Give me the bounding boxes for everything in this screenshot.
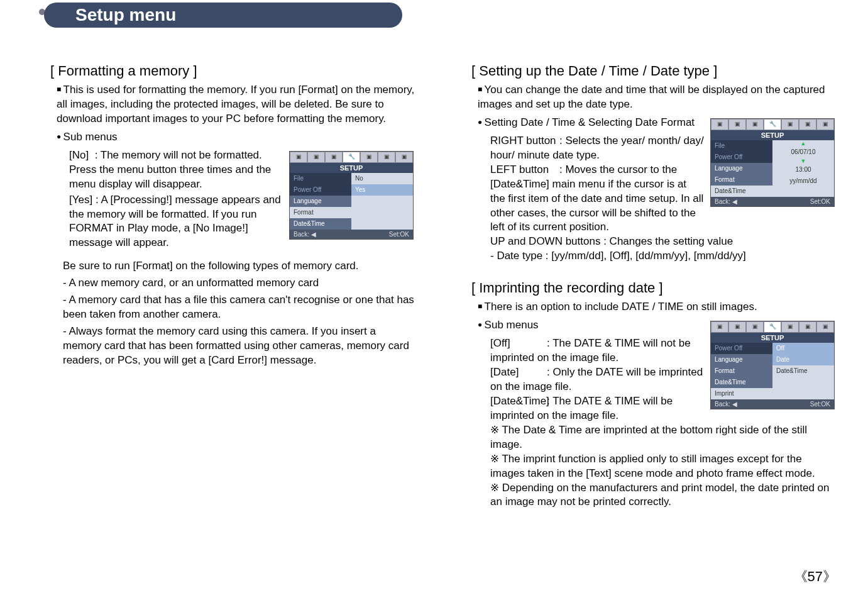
date-intro: You can change the date and time that wi… <box>478 83 836 112</box>
menu-item: Format <box>290 207 351 218</box>
menu-tab-icon: ▣ <box>290 152 307 163</box>
heading-imprint: [ Imprinting the recording date ] <box>471 280 836 296</box>
menu-tab-icon: ▣ <box>816 321 834 333</box>
menu-setok: Set:OK <box>810 198 830 205</box>
note-1: - A new memory card, or an unformatted m… <box>63 276 415 291</box>
menu-tab-icon: ▣ <box>711 119 728 130</box>
imprint-note-3: Depending on the manufacturers and print… <box>490 481 836 510</box>
format-intro: This is used for formatting the memory. … <box>57 83 415 126</box>
heading-datetime: [ Setting up the Date / Time / Date type… <box>471 63 836 79</box>
menu-tab-icon: ▣ <box>799 119 816 130</box>
off-label: [Off] <box>490 336 547 351</box>
menu-tab-icon: ▣ <box>728 321 746 333</box>
menu-tab-icon: ▣ <box>395 152 413 163</box>
setup-menu-format: ▣ ▣ ▣ 🔧 ▣ ▣ ▣ SETUP File Power Off Langu <box>289 151 415 240</box>
menu-item: Format <box>711 365 772 377</box>
menu-tab-icon: ▣ <box>746 119 764 130</box>
menu-tab-icon: ▣ <box>746 321 764 333</box>
left-button-label: LEFT button <box>490 163 559 177</box>
no-text: : The memory will not be formatted. Pres… <box>69 149 271 190</box>
menu-tab-icon: ▣ <box>325 152 343 163</box>
menu-item: Imprint <box>711 388 772 399</box>
menu-tab-icon: ▣ <box>799 321 816 333</box>
setup-menu-date: ▣ ▣ ▣ 🔧 ▣ ▣ ▣ SETUP File Power Off Langu <box>710 118 836 207</box>
menu-item: Power Off <box>290 184 351 196</box>
submenus-label: Sub menus <box>57 130 415 145</box>
menu-title: SETUP <box>711 333 834 343</box>
be-sure-text: Be sure to run [Format] on the following… <box>63 259 415 274</box>
menu-tab-icon: ▣ <box>781 119 799 130</box>
page-number: 《57》 <box>794 567 837 586</box>
menu-option: Off <box>772 343 834 354</box>
menu-tab-icon: ▣ <box>816 119 834 130</box>
menu-option: Date <box>772 354 834 365</box>
menu-back: Back: ◀ <box>715 401 737 408</box>
imprint-note-2: The imprint function is applied only to … <box>490 452 836 481</box>
menu-tab-icon: ▣ <box>728 119 746 130</box>
menu-item: File <box>290 173 351 184</box>
menu-option: Date&Time <box>772 365 834 377</box>
menu-item: Date&Time <box>711 186 772 197</box>
menu-datetype-value: yy/mm/dd <box>772 175 834 187</box>
right-column: [ Setting up the Date / Time / Date type… <box>453 59 836 509</box>
heading-formatting: [ Formatting a memory ] <box>50 63 415 79</box>
menu-date-value: 06/07/10 <box>772 147 834 158</box>
datetype-text: - Date type : [yy/mm/dd], [Off], [dd/mm/… <box>490 249 836 264</box>
menu-item: Language <box>711 163 772 174</box>
menu-item: File <box>711 140 772 152</box>
menu-tab-icon: ▣ <box>360 152 378 163</box>
menu-tab-icon: ▣ <box>711 321 728 333</box>
left-column: [ Formatting a memory ] This is used for… <box>31 59 415 509</box>
menu-tab-icon: 🔧 <box>764 119 781 130</box>
banner: Setup menu <box>0 0 868 34</box>
imprint-note-1: The Date & Time are imprinted at the bot… <box>490 423 836 452</box>
setup-menu-imprint: ▣ ▣ ▣ 🔧 ▣ ▣ ▣ SETUP Power Off Language F <box>710 321 836 409</box>
no-label: [No] <box>69 149 89 161</box>
menu-tab-icon: ▣ <box>781 321 799 333</box>
menu-item: Date&Time <box>711 377 772 388</box>
menu-item: Power Off <box>711 343 772 354</box>
menu-tab-icon: ▣ <box>307 152 325 163</box>
menu-tab-icon: 🔧 <box>764 321 781 333</box>
menu-option: Yes <box>351 184 413 196</box>
menu-setok: Set:OK <box>810 401 830 408</box>
menu-tab-icon: 🔧 <box>343 152 360 163</box>
note-2: - A memory card that has a file this cam… <box>63 293 415 322</box>
menu-item: Date&Time <box>290 218 351 230</box>
date-label: [Date] <box>490 365 547 380</box>
menu-item: Language <box>711 354 772 365</box>
yes-label: [Yes] <box>69 194 92 206</box>
menu-time-value: 13:00 <box>772 164 834 175</box>
menu-title: SETUP <box>711 130 834 140</box>
right-button-label: RIGHT button <box>490 134 559 148</box>
menu-tab-icon: ▣ <box>378 152 395 163</box>
menu-back: Back: ◀ <box>294 231 316 238</box>
updown-text: UP and DOWN buttons : Changes the settin… <box>490 235 836 249</box>
menu-item: Power Off <box>711 152 772 163</box>
menu-item: Language <box>290 196 351 207</box>
menu-title: SETUP <box>290 163 413 173</box>
imprint-intro: There is an option to include DATE / TIM… <box>478 300 836 314</box>
banner-title: Setup menu <box>75 5 176 25</box>
yes-text: : A [Processing!] message appears and th… <box>69 194 281 249</box>
menu-back: Back: ◀ <box>715 198 737 205</box>
menu-setok: Set:OK <box>389 231 409 238</box>
menu-option: No <box>351 173 413 184</box>
note-3: - Always format the memory card using th… <box>63 325 415 368</box>
datetime-label: [Date&Time] <box>490 394 547 409</box>
menu-item: Format <box>711 174 772 186</box>
